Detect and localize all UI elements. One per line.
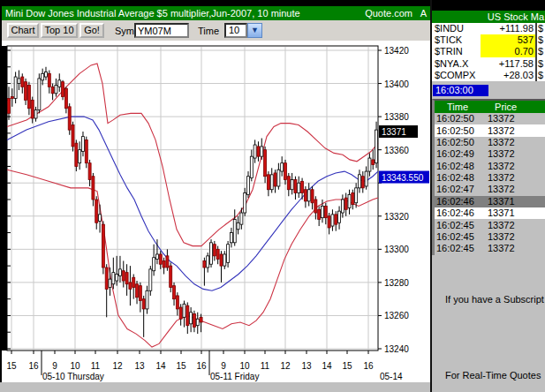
x-tick-label: 11 — [91, 361, 101, 371]
trade-row[interactable]: 16:02:5013372 — [435, 113, 545, 124]
candle-body — [193, 314, 195, 328]
price-chart[interactable]: 1342013400133801336013320133001328013260… — [2, 41, 430, 382]
candle-body — [81, 137, 84, 152]
x-tick-label: 15 — [6, 361, 17, 371]
candle-body — [344, 198, 347, 209]
candle-body — [287, 177, 290, 190]
time-column-header: Time — [447, 101, 468, 113]
day-label: 05-11 Friday — [210, 372, 259, 381]
candle-body — [176, 296, 178, 309]
candle-body — [294, 179, 297, 192]
x-tick-label: 11 — [261, 361, 270, 371]
quote-row[interactable]: $COMPX+28.03$ — [432, 70, 545, 81]
toolbar: Chart Top 10 Go! Sym Time 10 ▼ — [2, 20, 430, 41]
candle-body — [352, 192, 354, 204]
trade-row[interactable]: 16:02:4613371 — [435, 196, 545, 207]
trade-row[interactable]: 16:02:4513372 — [435, 231, 545, 243]
trade-row[interactable]: 16:02:4813372 — [435, 161, 545, 172]
candle-body — [304, 190, 307, 201]
candle-body — [328, 216, 330, 228]
candle-body — [163, 260, 165, 268]
y-tick-label: 13400 — [384, 79, 409, 89]
candle-body — [21, 77, 24, 87]
time-and-sales-rows: 16:02:501337216:02:501337216:02:50133721… — [435, 113, 545, 255]
candle-body — [88, 163, 91, 180]
candle-body — [196, 319, 199, 326]
trade-row[interactable]: 16:02:4913372 — [435, 148, 545, 160]
candle-body — [129, 283, 132, 290]
candle-body — [213, 245, 216, 256]
trade-row[interactable]: 16:02:5013372 — [435, 124, 545, 136]
candle-body — [267, 175, 269, 190]
candle-body — [55, 85, 57, 93]
candle-body — [48, 73, 50, 87]
candle-body — [109, 279, 111, 287]
candle-body — [254, 145, 256, 158]
candle-body — [153, 258, 155, 271]
candle-body — [62, 82, 64, 97]
candle-body — [85, 139, 87, 162]
brand-label: Quote.com — [365, 6, 413, 20]
candle-body — [216, 249, 219, 259]
candle-body — [95, 200, 98, 222]
candle-body — [270, 175, 273, 190]
candle-body — [116, 275, 118, 282]
top10-button[interactable]: Top 10 — [41, 23, 78, 38]
quote-row[interactable]: $TICK537$ — [432, 34, 545, 46]
candle-body — [324, 207, 327, 218]
symbol-input[interactable] — [134, 23, 189, 38]
ma-price-label: 13343.550 — [382, 173, 424, 183]
realtime-message: For Real-Time Quotes — [445, 370, 541, 381]
candle-body — [8, 98, 11, 113]
panel-top-border — [432, 0, 545, 11]
price-column-header: Price — [495, 101, 517, 113]
quote-row[interactable]: $INDU+111.98$ — [432, 23, 545, 34]
trade-row[interactable]: 16:02:5013372 — [435, 137, 545, 148]
candle-body — [166, 256, 169, 268]
candle-body — [311, 190, 314, 203]
x-tick-label: 14 — [155, 361, 166, 371]
chart-area[interactable]: 1342013400133801336013320133001328013260… — [2, 41, 430, 382]
candle-body — [75, 143, 78, 166]
trade-row[interactable]: 16:02:4813372 — [435, 172, 545, 184]
candle-body — [159, 254, 162, 264]
trade-row[interactable]: 16:02:4513372 — [435, 243, 545, 254]
trade-row[interactable]: 16:02:4613371 — [435, 207, 545, 219]
candle-body — [18, 79, 20, 84]
window-title-bar[interactable]: Mini Dow Jones Industrial Average $5 mul… — [2, 6, 430, 20]
candle-body — [44, 72, 47, 77]
candle-body — [64, 88, 67, 109]
candle-body — [284, 163, 286, 180]
x-tick-label: 13 — [301, 361, 312, 371]
candle-body — [14, 77, 17, 98]
x-tick-label: 15 — [342, 361, 352, 371]
chart-button[interactable]: Chart — [7, 23, 39, 38]
candle-body — [146, 290, 148, 309]
candle-body — [139, 286, 141, 301]
candle-body — [122, 271, 125, 281]
y-tick-label: 13260 — [384, 311, 409, 320]
interval-select-value[interactable]: 10 — [224, 23, 247, 38]
x-tick-label: 16 — [196, 361, 207, 371]
candle-body — [233, 220, 236, 243]
chevron-down-icon[interactable]: ▼ — [247, 23, 262, 38]
corner-badge: A — [420, 6, 427, 20]
quote-panel: US Stock Ma $INDU+111.98$$TICK537$$TRIN0… — [430, 0, 545, 392]
candle-body — [72, 125, 74, 147]
candle-body — [301, 181, 304, 192]
quote-row[interactable]: $TRIN0.70$ — [432, 46, 545, 57]
candle-body — [361, 177, 364, 188]
candle-body — [34, 110, 37, 118]
quote-list: $INDU+111.98$$TICK537$$TRIN0.70$$NYA.X+1… — [432, 23, 545, 81]
candle-body — [38, 79, 41, 110]
candle-body — [368, 158, 371, 171]
go-button[interactable]: Go! — [79, 23, 104, 38]
time-and-sales-table: Time Price 16:02:501337216:02:501337216:… — [432, 99, 545, 255]
trade-row[interactable]: 16:02:4713372 — [435, 184, 545, 195]
candle-body — [220, 254, 223, 266]
quote-row[interactable]: $NYA.X+117.58$ — [432, 58, 545, 70]
candle-body — [102, 224, 104, 268]
candle-body — [355, 188, 358, 203]
candle-body — [358, 175, 360, 188]
trade-row[interactable]: 16:02:4513372 — [435, 219, 545, 230]
